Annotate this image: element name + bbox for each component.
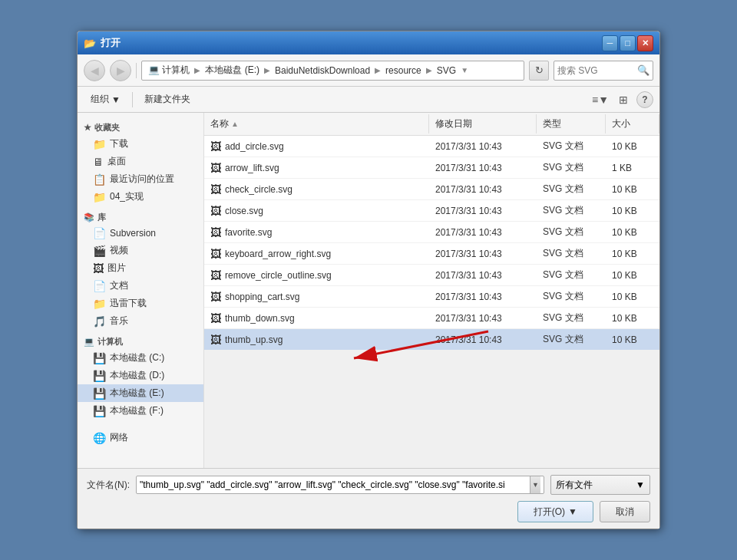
address-computer[interactable]: 💻 计算机 — [145, 62, 193, 78]
file-cell-name: 🖼 remove_circle_outline.svg — [204, 267, 429, 284]
table-row[interactable]: 🖼 check_circle.svg 2017/3/31 10:43 SVG 文… — [204, 179, 659, 200]
filename-label: 文件名(N): — [87, 479, 130, 492]
filename-input[interactable] — [140, 479, 530, 490]
svg-file-icon: 🖼 — [210, 291, 221, 303]
docs-icon: 📄 — [93, 280, 106, 292]
sidebar-item-images[interactable]: 🖼 图片 — [78, 259, 203, 277]
col-header-size[interactable]: 大小 — [606, 114, 659, 133]
file-cell-name: 🖼 thumb_down.svg — [204, 310, 429, 327]
sidebar-item-disk-d[interactable]: 💾 本地磁盘 (D:) — [78, 367, 203, 384]
refresh-button[interactable]: ↻ — [529, 61, 549, 81]
table-row[interactable]: 🖼 favorite.svg 2017/3/31 10:43 SVG 文档 10… — [204, 222, 659, 243]
table-row[interactable]: 🖼 add_circle.svg 2017/3/31 10:43 SVG 文档 … — [204, 136, 659, 157]
address-resource[interactable]: resource — [382, 64, 425, 77]
title-bar: 📂 打开 ─ □ ✕ — [78, 31, 659, 54]
file-cell-size: 10 KB — [606, 332, 659, 348]
sidebar-item-video[interactable]: 🎬 视频 — [78, 242, 203, 259]
file-cell-type: SVG 文档 — [537, 245, 606, 262]
view-preview-button[interactable]: ⊞ — [613, 90, 633, 110]
address-disk-e[interactable]: 本地磁盘 (E:) — [202, 62, 263, 78]
action-row: 打开(O) ▼ 取消 — [87, 501, 650, 522]
new-folder-button[interactable]: 新建文件夹 — [137, 90, 197, 110]
sidebar-item-recent[interactable]: 📋 最近访问的位置 — [78, 170, 203, 188]
file-cell-name: 🖼 close.svg — [204, 203, 429, 219]
sidebar-item-disk-c[interactable]: 💾 本地磁盘 (C:) — [78, 349, 203, 367]
title-controls: ─ □ ✕ — [602, 35, 653, 51]
file-cell-type: SVG 文档 — [537, 202, 606, 219]
file-cell-type: SVG 文档 — [537, 137, 606, 155]
file-cell-name: 🖼 thumb_up.svg — [204, 331, 429, 348]
filename-dropdown-button[interactable]: ▼ — [530, 476, 540, 493]
file-cell-date: 2017/3/31 10:43 — [429, 160, 537, 176]
help-button[interactable]: ? — [636, 91, 653, 108]
table-row[interactable]: 🖼 remove_circle_outline.svg 2017/3/31 10… — [204, 265, 659, 286]
filename-input-wrap: ▼ — [136, 476, 544, 494]
separator — [136, 63, 137, 78]
sidebar-item-docs[interactable]: 📄 文档 — [78, 277, 203, 295]
music-icon: 🎵 — [93, 315, 106, 328]
file-cell-size: 1 KB — [606, 160, 659, 176]
maximize-button[interactable]: □ — [620, 35, 636, 51]
file-cell-type: SVG 文档 — [537, 266, 606, 284]
images-icon: 🖼 — [93, 262, 104, 275]
address-baidu[interactable]: BaiduNetdiskDownload — [272, 64, 373, 77]
table-row[interactable]: 🖼 thumb_down.svg 2017/3/31 10:43 SVG 文档 … — [204, 308, 659, 329]
table-row[interactable]: 🖼 close.svg 2017/3/31 10:43 SVG 文档 10 KB — [204, 200, 659, 222]
minimize-button[interactable]: ─ — [602, 35, 618, 51]
col-header-type[interactable]: 类型 — [537, 114, 606, 133]
filetype-select[interactable]: 所有文件 ▼ — [550, 475, 650, 495]
sidebar-item-download[interactable]: 📁 下载 — [78, 135, 203, 153]
search-icon[interactable]: 🔍 — [637, 64, 649, 76]
disk-d-icon: 💾 — [93, 370, 106, 382]
sidebar-section-computer: 💻 计算机 💾 本地磁盘 (C:) 💾 本地磁盘 (D:) 💾 本地磁盘 (E:… — [78, 333, 203, 420]
svg-file-icon: 🖼 — [210, 183, 221, 196]
back-button[interactable]: ◀ — [84, 60, 105, 81]
table-row[interactable]: 🖼 thumb_up.svg 2017/3/31 10:43 SVG 文档 10… — [204, 329, 659, 351]
search-input[interactable] — [557, 65, 636, 76]
file-cell-type: SVG 文档 — [537, 159, 606, 176]
col-header-date[interactable]: 修改日期 — [429, 114, 537, 133]
desktop-icon: 🖥 — [93, 156, 104, 168]
file-cell-date: 2017/3/31 10:43 — [429, 289, 537, 305]
sidebar-item-disk-e[interactable]: 💾 本地磁盘 (E:) — [78, 384, 203, 402]
open-dialog: 📂 打开 ─ □ ✕ ◀ ▶ 💻 计算机 ▶ 本地磁盘 (E:) ▶ Baidu… — [77, 31, 660, 529]
table-row[interactable]: 🖼 shopping_cart.svg 2017/3/31 10:43 SVG … — [204, 286, 659, 308]
file-cell-size: 10 KB — [606, 246, 659, 262]
sidebar-item-desktop[interactable]: 🖥 桌面 — [78, 153, 203, 170]
sidebar-section-network: 🌐 网络 — [78, 423, 203, 446]
sidebar-section-library: 📚 库 📄 Subversion 🎬 视频 🖼 图片 📄 文档 — [78, 209, 203, 330]
svg-file-icon: 🖼 — [210, 226, 221, 239]
column-headers: 名称 ▲ 修改日期 类型 大小 — [204, 113, 659, 136]
col-header-name[interactable]: 名称 ▲ — [204, 114, 429, 133]
file-cell-size: 10 KB — [606, 225, 659, 240]
table-row[interactable]: 🖼 arrow_lift.svg 2017/3/31 10:43 SVG 文档 … — [204, 157, 659, 179]
cancel-button[interactable]: 取消 — [600, 501, 650, 522]
file-cell-date: 2017/3/31 10:43 — [429, 311, 537, 326]
address-bar[interactable]: 💻 计算机 ▶ 本地磁盘 (E:) ▶ BaiduNetdiskDownload… — [141, 61, 524, 81]
file-cell-name: 🖼 check_circle.svg — [204, 181, 429, 198]
sidebar-item-music[interactable]: 🎵 音乐 — [78, 312, 203, 330]
dialog-icon: 📂 — [84, 37, 96, 49]
folder-icon: 📁 — [93, 138, 106, 150]
sidebar-item-xunlei[interactable]: 📁 迅雷下载 — [78, 295, 203, 312]
file-cell-size: 10 KB — [606, 289, 659, 305]
close-button[interactable]: ✕ — [637, 35, 653, 51]
sidebar-item-subversion[interactable]: 📄 Subversion — [78, 225, 203, 242]
forward-button[interactable]: ▶ — [110, 60, 131, 81]
filename-row: 文件名(N): ▼ 所有文件 ▼ — [87, 475, 650, 495]
sidebar-item-shixian[interactable]: 📁 04_实现 — [78, 188, 203, 206]
file-cell-name: 🖼 arrow_lift.svg — [204, 160, 429, 176]
table-row[interactable]: 🖼 keyboard_arrow_right.svg 2017/3/31 10:… — [204, 243, 659, 265]
file-cell-type: SVG 文档 — [537, 223, 606, 241]
file-cell-size: 10 KB — [606, 268, 659, 283]
sidebar-item-network[interactable]: 🌐 网络 — [78, 429, 203, 446]
address-svg[interactable]: SVG — [434, 64, 459, 77]
sidebar-section-library-header: 📚 库 — [78, 209, 203, 225]
sidebar-item-disk-f[interactable]: 💾 本地磁盘 (F:) — [78, 402, 203, 420]
file-cell-size: 10 KB — [606, 182, 659, 197]
disk-c-icon: 💾 — [93, 352, 106, 364]
file-cell-type: SVG 文档 — [537, 180, 606, 198]
open-button[interactable]: 打开(O) ▼ — [517, 501, 593, 522]
view-list-button[interactable]: ≡▼ — [590, 90, 610, 110]
organize-button[interactable]: 组织 ▼ — [84, 90, 127, 110]
